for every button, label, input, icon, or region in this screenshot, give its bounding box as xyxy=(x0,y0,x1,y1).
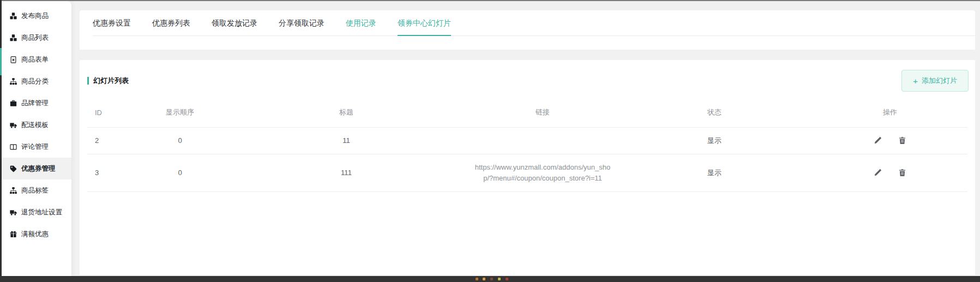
bottom-bar-speck xyxy=(476,278,478,280)
sidebar-item[interactable]: 商品表单 xyxy=(1,49,71,70)
main-area: 优惠券设置 优惠券列表 领取发放记录 分享领取记录 使用记录 领券中心幻灯片 幻… xyxy=(80,10,975,275)
tab-label: 优惠券列表 xyxy=(152,19,190,27)
tab[interactable]: 分享领取记录 xyxy=(279,10,324,35)
tab[interactable]: 领券中心幻灯片 xyxy=(398,10,451,35)
sidebar-item[interactable]: 优惠券管理 xyxy=(1,158,71,179)
bottom-bar-speck xyxy=(506,278,508,280)
col-header-actions: 操作 xyxy=(813,98,967,127)
sidebar-item-label: 商品列表 xyxy=(21,33,49,43)
truck-icon xyxy=(9,121,17,129)
tab[interactable]: 领取发放记录 xyxy=(212,10,257,35)
sidebar-item-label: 商品表单 xyxy=(21,55,49,64)
tab-label: 领取发放记录 xyxy=(212,19,257,27)
sidebar-item[interactable]: 品牌管理 xyxy=(1,92,71,114)
tab[interactable]: 使用记录 xyxy=(346,10,376,35)
cell-id: 3 xyxy=(87,154,136,191)
tag-icon xyxy=(9,165,17,172)
section-title-accent-bar xyxy=(87,77,89,85)
table-header-row: ID 显示顺序 标题 链接 状态 操作 xyxy=(87,98,967,127)
sidebar-item[interactable]: 商品分类 xyxy=(1,70,71,92)
cell-title: 111 xyxy=(224,154,469,191)
tab-label: 使用记录 xyxy=(346,19,376,27)
sidebar-item[interactable]: 退货地址设置 xyxy=(1,201,71,223)
cubes-icon xyxy=(9,34,17,41)
cell-order: 0 xyxy=(136,127,224,154)
tab[interactable]: 优惠券设置 xyxy=(93,10,131,35)
sidebar-item-label: 满额优惠 xyxy=(21,230,49,239)
sidebar-item[interactable]: 商品标签 xyxy=(1,179,71,201)
table-row: 2 0 11 显示 xyxy=(87,127,967,154)
sidebar-item-label: 优惠券管理 xyxy=(21,164,56,173)
sidebar-item-label: 品牌管理 xyxy=(21,99,49,108)
plus-icon: + xyxy=(913,77,918,85)
sitemap-icon xyxy=(9,187,17,194)
table-row: 3 0 111 https://www.yunzmall.com/addons/… xyxy=(87,154,967,191)
table-body: 2 0 11 显示 3 0 xyxy=(87,127,967,191)
sidebar-item-label: 发布商品 xyxy=(21,11,49,21)
tab-label: 优惠券设置 xyxy=(93,19,131,27)
sidebar-item[interactable]: 商品列表 xyxy=(1,27,71,49)
cell-link: https://www.yunzmall.com/addons/yun_shop… xyxy=(469,154,616,191)
content-card: 幻灯片列表 + 添加幻灯片 ID 显示顺序 标题 链接 状态 操作 xyxy=(80,60,975,275)
bottom-bar-speck xyxy=(483,278,485,280)
cell-link xyxy=(469,127,616,154)
window-top-edge xyxy=(0,0,980,1)
slide-table: ID 显示顺序 标题 链接 状态 操作 2 0 11 显示 xyxy=(87,98,967,192)
bottom-bar-speck xyxy=(498,278,501,280)
cell-id: 2 xyxy=(87,127,136,154)
bottom-bar xyxy=(0,276,980,282)
sitemap-icon xyxy=(9,77,17,85)
sidebar-item-label: 配送模板 xyxy=(21,121,49,130)
add-slide-button[interactable]: + 添加幻灯片 xyxy=(901,70,969,92)
gift-icon xyxy=(9,230,17,238)
cell-status: 显示 xyxy=(616,154,813,191)
cell-order: 0 xyxy=(136,154,224,191)
sidebar-item[interactable]: 评论管理 xyxy=(1,136,71,158)
panel-header: 幻灯片列表 + 添加幻灯片 xyxy=(80,60,975,98)
sidebar-item[interactable]: 配送模板 xyxy=(1,114,71,136)
file-excel-icon xyxy=(9,56,17,63)
col-header-order: 显示顺序 xyxy=(136,98,224,127)
tab-label: 领券中心幻灯片 xyxy=(398,19,451,27)
columns-icon xyxy=(9,143,17,151)
sidebar-item[interactable]: 发布商品 xyxy=(1,5,71,27)
tab-card: 优惠券设置 优惠券列表 领取发放记录 分享领取记录 使用记录 领券中心幻灯片 xyxy=(80,10,975,50)
delete-icon[interactable] xyxy=(898,136,906,145)
bottom-bar-speck xyxy=(490,278,493,280)
cell-title: 11 xyxy=(224,127,469,154)
col-header-title: 标题 xyxy=(224,98,469,127)
left-edge-accent-indicator xyxy=(0,48,2,75)
sidebar-item-label: 评论管理 xyxy=(21,142,49,152)
edit-icon[interactable] xyxy=(874,169,882,177)
tab-label: 分享领取记录 xyxy=(279,19,324,27)
cubes-icon xyxy=(9,12,17,20)
briefcase-icon xyxy=(9,99,17,107)
edit-icon[interactable] xyxy=(874,136,882,145)
cell-actions xyxy=(813,127,967,154)
sidebar: 发布商品 商品列表 商品表单 商品分类 品牌管理 配送模板 评论管理 优惠券管理… xyxy=(1,1,72,276)
section-title: 幻灯片列表 xyxy=(87,76,129,86)
tab[interactable]: 优惠券列表 xyxy=(152,10,190,35)
sidebar-item[interactable]: 满额优惠 xyxy=(1,223,71,245)
cell-status: 显示 xyxy=(616,127,813,154)
sidebar-item-label: 商品分类 xyxy=(21,77,49,86)
sidebar-item-label: 退货地址设置 xyxy=(21,208,62,217)
cell-actions xyxy=(813,154,967,191)
sidebar-menu: 发布商品 商品列表 商品表单 商品分类 品牌管理 配送模板 评论管理 优惠券管理… xyxy=(1,5,71,245)
delete-icon[interactable] xyxy=(898,169,906,177)
tab-bar: 优惠券设置 优惠券列表 领取发放记录 分享领取记录 使用记录 领券中心幻灯片 xyxy=(93,10,975,36)
sidebar-item-label: 商品标签 xyxy=(21,186,49,195)
col-header-status: 状态 xyxy=(616,98,813,127)
col-header-link: 链接 xyxy=(469,98,616,127)
truck-icon xyxy=(9,208,17,216)
col-header-id: ID xyxy=(87,98,136,127)
window-left-edge xyxy=(0,0,2,282)
